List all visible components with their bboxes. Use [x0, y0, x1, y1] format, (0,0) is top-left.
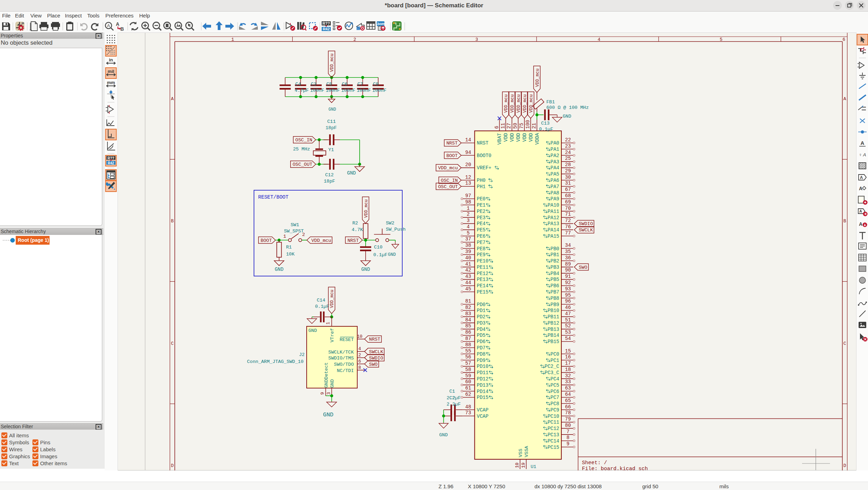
svg-text:BOOT: BOOT	[261, 238, 272, 243]
svg-text:38: 38	[465, 243, 471, 248]
svg-text:GND: GND	[329, 107, 336, 112]
svg-text:44: 44	[465, 280, 471, 285]
svg-text:PE15: PE15	[477, 289, 489, 295]
svg-text:3: 3	[476, 37, 478, 42]
svg-text:C10: C10	[374, 245, 382, 250]
svg-text:2: 2	[358, 352, 361, 358]
svg-text:8: 8	[567, 435, 569, 440]
svg-text:10: 10	[515, 462, 520, 468]
svg-text:PH1: PH1	[477, 184, 486, 190]
svg-text:5: 5	[467, 230, 470, 236]
svg-text:PC3_C: PC3_C	[545, 370, 559, 376]
svg-text:PC1: PC1	[551, 358, 559, 363]
svg-text:PC9: PC9	[551, 407, 559, 413]
svg-text:OSC_OUT: OSC_OUT	[438, 184, 458, 190]
svg-text:PB9: PB9	[551, 302, 559, 307]
svg-text:A: A	[859, 221, 862, 227]
svg-text:97: 97	[465, 193, 471, 199]
svg-text:1: 1	[283, 234, 286, 239]
svg-text:62: 62	[465, 392, 471, 397]
svg-text:NRST: NRST	[347, 238, 359, 243]
svg-text:SWO: SWO	[369, 362, 377, 367]
svg-text:76: 76	[565, 224, 571, 230]
svg-text:2.2µF: 2.2µF	[447, 402, 461, 407]
svg-text:90: 90	[565, 267, 571, 273]
svg-text:PD0: PD0	[477, 302, 486, 307]
svg-text:87: 87	[465, 336, 471, 341]
svg-text:C14: C14	[317, 298, 325, 303]
svg-text:PB14: PB14	[547, 333, 559, 338]
svg-text:46: 46	[565, 305, 571, 310]
svg-text:PA14: PA14	[547, 227, 559, 233]
svg-text:C: C	[171, 341, 174, 346]
svg-text:86: 86	[465, 329, 471, 335]
svg-text:SWCLK/TCK: SWCLK/TCK	[328, 350, 354, 355]
svg-text:54: 54	[565, 336, 571, 341]
svg-text:PC14: PC14	[547, 438, 559, 444]
svg-text:PE7: PE7	[477, 240, 486, 245]
svg-text:A: A	[171, 96, 174, 102]
svg-text:53: 53	[565, 329, 571, 335]
svg-text:73: 73	[465, 410, 471, 416]
svg-text:20: 20	[465, 162, 471, 168]
svg-text:PB10: PB10	[547, 308, 559, 313]
svg-text:PB2: PB2	[551, 258, 559, 264]
svg-text:VCAP: VCAP	[477, 407, 489, 413]
svg-text:8: 8	[358, 365, 361, 370]
svg-text:PD11: PD11	[477, 370, 489, 376]
svg-text:84: 84	[465, 317, 471, 323]
svg-text:C: C	[844, 341, 846, 346]
svg-text:PC6: PC6	[551, 389, 559, 394]
svg-text:94: 94	[465, 150, 471, 155]
svg-text:PC12: PC12	[547, 426, 559, 431]
svg-text:18: 18	[565, 367, 571, 372]
svg-text:A: A	[844, 96, 846, 102]
svg-text:VDD_mcu: VDD_mcu	[438, 165, 458, 171]
svg-text:−: −	[109, 106, 111, 109]
svg-text:J2: J2	[299, 352, 305, 357]
svg-text:PC0: PC0	[551, 351, 559, 357]
svg-text:SWO/TDO: SWO/TDO	[334, 362, 354, 367]
svg-text:mm: mm	[107, 80, 115, 85]
svg-text:B: B	[171, 218, 174, 224]
svg-text:VDD_mcu: VDD_mcu	[516, 94, 521, 113]
svg-text:PC10: PC10	[547, 414, 559, 419]
svg-text:VDD: VDD	[528, 133, 534, 142]
svg-text:GND: GND	[330, 379, 335, 388]
svg-text:72: 72	[565, 218, 571, 223]
svg-text:PE13: PE13	[477, 277, 489, 282]
svg-text:2: 2	[467, 211, 470, 217]
svg-text:C8: C8	[373, 82, 379, 87]
svg-text:NC/TDI: NC/TDI	[337, 368, 354, 373]
svg-text:Conn_ARM_JTAG_SWD_10: Conn_ARM_JTAG_SWD_10	[247, 359, 304, 364]
svg-text:33: 33	[565, 379, 571, 385]
svg-text:VREF+: VREF+	[477, 165, 492, 171]
svg-text:A: A	[859, 186, 862, 191]
svg-text:100nF: 100nF	[357, 88, 371, 93]
svg-text:92: 92	[565, 280, 571, 285]
svg-text:C5: C5	[327, 82, 332, 87]
svg-text:GND: GND	[323, 411, 334, 418]
svg-text:♀: ♀	[859, 152, 862, 157]
svg-text:29: 29	[565, 168, 571, 174]
svg-text:PE1: PE1	[477, 202, 486, 208]
svg-text:PD10: PD10	[477, 364, 489, 369]
svg-text:4: 4	[358, 346, 361, 351]
svg-text:3: 3	[467, 218, 470, 223]
svg-text:PD1: PD1	[477, 308, 486, 313]
svg-text:VDD_mcu: VDD_mcu	[330, 53, 335, 72]
svg-text:66: 66	[565, 404, 571, 410]
svg-text:R??: R??	[107, 156, 114, 160]
svg-text:48: 48	[465, 404, 471, 410]
svg-text:PD2: PD2	[477, 314, 486, 320]
svg-text:+: +	[109, 110, 111, 113]
svg-text:4: 4	[467, 224, 470, 230]
svg-text:−: −	[860, 62, 862, 66]
svg-text:PE8: PE8	[477, 246, 486, 252]
svg-text:61: 61	[465, 385, 471, 391]
svg-text:PA0: PA0	[551, 140, 559, 146]
svg-text:52: 52	[565, 323, 571, 329]
svg-text:PC5: PC5	[551, 383, 559, 388]
svg-text:7: 7	[567, 429, 569, 435]
svg-text:82: 82	[465, 305, 471, 310]
